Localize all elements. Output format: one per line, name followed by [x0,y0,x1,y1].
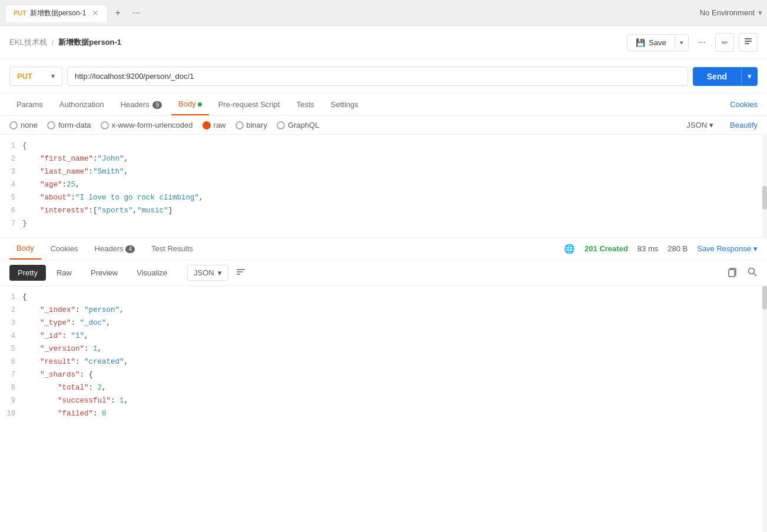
resp-tab-test-results[interactable]: Test Results [144,238,200,259]
resp-line-10: 10 "failed": 0 [0,407,767,420]
radio-url-encoded[interactable]: x-www-form-urlencoded [101,121,193,129]
resp-json-arrow: ▾ [218,268,222,277]
edit-button[interactable]: ✏ [715,33,734,52]
resp-json-label: JSON [194,268,214,277]
save-button[interactable]: 💾 Save [627,35,675,51]
env-label: No Environment [700,8,755,17]
save-icon: 💾 [636,38,645,47]
svg-rect-7 [729,270,735,277]
editor-scrollbar-thumb[interactable] [762,186,767,210]
radio-binary-circle [235,121,244,129]
tab-pre-request[interactable]: Pre-request Script [211,94,287,115]
save-button-group[interactable]: 💾 Save ▾ [627,34,689,51]
radio-raw-label: raw [214,121,226,129]
resp-scrollbar[interactable] [762,286,767,532]
resp-line-1: 1 { [0,291,767,304]
tab-close-icon[interactable]: ✕ [92,8,99,18]
filter-icon[interactable] [235,267,246,280]
save-dropdown-arrow[interactable]: ▾ [675,35,688,50]
tab-body[interactable]: Body [171,94,209,115]
radio-none-circle [9,121,18,129]
radio-graphql[interactable]: GraphQL [277,121,319,129]
fmt-visualize[interactable]: Visualize [128,265,175,281]
save-response-button[interactable]: Save Response ▾ [697,244,758,253]
tab-headers[interactable]: Headers 9 [114,94,169,115]
notes-icon [743,37,753,48]
json-select[interactable]: JSON ▾ [686,121,713,129]
resp-scrollbar-thumb[interactable] [762,286,767,310]
req-line-1: 1 { [0,139,767,152]
radio-graphql-circle [277,121,285,129]
breadcrumb-separator: / [52,38,54,47]
status-badge: 201 Created [585,244,628,253]
resp-line-4: 4 "_id": "1", [0,330,767,343]
resp-json-select[interactable]: JSON ▾ [187,265,228,281]
radio-binary[interactable]: binary [235,121,267,129]
editor-scrollbar[interactable] [762,135,767,237]
resp-line-5: 5 "_version": 1, [0,343,767,355]
req-line-3: 3 "last_name":"Smith", [0,165,767,178]
response-time: 83 ms [637,244,658,253]
request-body-editor[interactable]: 1 { 2 "first_name":"John", 3 "last_name"… [0,135,767,238]
svg-point-8 [749,268,755,274]
svg-rect-0 [745,38,752,39]
tab-params[interactable]: Params [9,94,50,115]
copy-icon[interactable] [727,267,738,280]
breadcrumb-bar: EKL技术栈 / 新增数据person-1 💾 Save ▾ ··· ✏ [0,26,767,59]
send-button[interactable]: Send [693,67,741,86]
breadcrumb-path[interactable]: EKL技术栈 [9,37,47,48]
beautify-button[interactable]: Beautify [730,121,758,129]
fmt-pretty[interactable]: Pretty [9,265,46,281]
headers-badge: 9 [152,101,162,109]
radio-raw[interactable]: raw [202,121,226,129]
send-button-wrapper: Send ▾ [693,67,758,86]
env-selector[interactable]: No Environment ▾ [700,8,762,17]
save-label: Save [649,38,666,47]
tab-tests[interactable]: Tests [289,94,321,115]
fmt-preview[interactable]: Preview [82,265,126,281]
more-tabs-icon[interactable]: ··· [128,5,145,21]
body-active-dot [198,102,202,107]
toolbar-right: 💾 Save ▾ ··· ✏ [627,33,758,52]
send-arrow-icon: ▾ [748,72,752,81]
tab-authorization[interactable]: Authorization [52,94,111,115]
search-icon[interactable] [747,267,758,280]
resp-tab-cookies[interactable]: Cookies [44,238,85,259]
method-select[interactable]: PUT ▾ [9,66,62,86]
send-dropdown-button[interactable]: ▾ [741,67,758,86]
cookies-link[interactable]: Cookies [730,100,758,109]
resp-line-6: 6 "result": "created", [0,355,767,368]
req-line-5: 5 "about":"I love to go rock climbing", [0,191,767,204]
body-options: none form-data x-www-form-urlencoded raw… [0,116,767,135]
url-input[interactable] [67,66,688,86]
toolbar-more-icon[interactable]: ··· [693,35,710,50]
response-meta: 🌐 201 Created 83 ms 280 B Save Response … [564,244,758,254]
globe-icon: 🌐 [564,244,575,254]
radio-url-encoded-circle [101,121,109,129]
req-line-7: 7 } [0,217,767,230]
svg-rect-2 [745,43,749,44]
radio-none-label: none [21,121,38,129]
notes-button[interactable] [739,33,758,52]
response-body-editor[interactable]: 1 { 2 "_index": "person", 3 "_type": "_d… [0,286,767,532]
fmt-raw[interactable]: Raw [48,265,80,281]
tab-method: PUT [14,9,26,16]
method-label: PUT [17,72,32,81]
json-arrow-icon: ▾ [709,121,713,129]
req-line-2: 2 "first_name":"John", [0,152,767,165]
radio-none[interactable]: none [9,121,38,129]
request-tabs: Params Authorization Headers 9 Body Pre-… [0,94,767,116]
req-line-6: 6 "interests":["sports","music"] [0,204,767,217]
resp-line-9: 9 "successful": 1, [0,394,767,407]
resp-tab-headers[interactable]: Headers 4 [88,238,142,259]
edit-icon: ✏ [722,38,728,47]
radio-url-encoded-label: x-www-form-urlencoded [112,121,193,129]
active-tab[interactable]: PUT 新增数据person-1 ✕ [5,4,108,22]
radio-form-data[interactable]: form-data [47,121,91,129]
resp-tab-body[interactable]: Body [9,238,41,260]
response-size: 280 B [668,244,688,253]
tab-settings[interactable]: Settings [324,94,366,115]
tab-title: 新增数据person-1 [30,8,86,18]
new-tab-icon[interactable]: + [110,5,125,21]
method-arrow-icon: ▾ [51,72,55,80]
